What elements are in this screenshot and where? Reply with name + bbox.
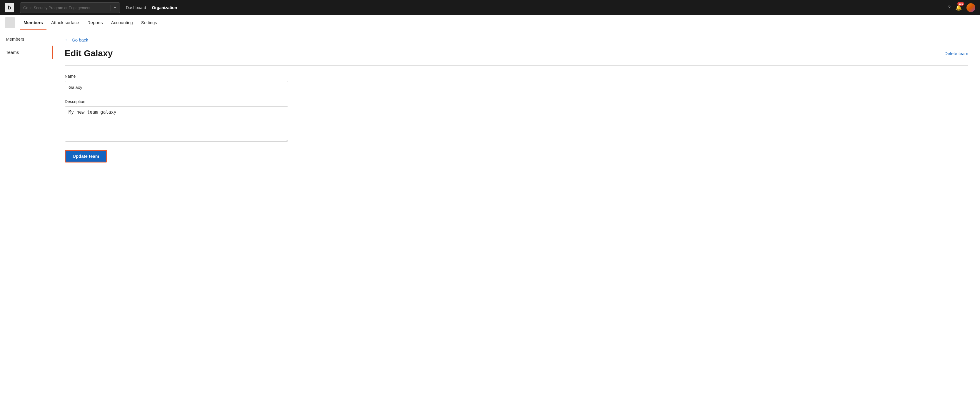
- subnav-item-attack-surface[interactable]: Attack surface: [48, 16, 83, 30]
- bell-icon: 🔔: [955, 5, 962, 11]
- organization-nav-link[interactable]: Organization: [152, 5, 177, 10]
- delete-team-link[interactable]: Delete team: [944, 51, 968, 56]
- subnav-item-accounting[interactable]: Accounting: [107, 16, 136, 30]
- go-back-label: Go back: [72, 37, 88, 42]
- topbar-left: b ▼ Dashboard Organization: [5, 2, 177, 13]
- notification-wrapper[interactable]: 🔔 131: [955, 5, 962, 11]
- main-wrapper: Members Teams ← Go back Edit Galaxy Dele…: [0, 30, 980, 418]
- go-back-link[interactable]: ← Go back: [65, 37, 968, 42]
- back-arrow-icon: ←: [65, 37, 69, 42]
- sidebar: Members Teams: [0, 30, 53, 418]
- update-btn-wrapper: Update team: [65, 150, 968, 163]
- subnav-item-reports[interactable]: Reports: [84, 16, 107, 30]
- logo-icon[interactable]: b: [5, 3, 14, 12]
- org-logo: [5, 18, 15, 28]
- sidebar-item-members[interactable]: Members: [0, 32, 52, 46]
- help-icon[interactable]: ?: [948, 5, 951, 11]
- page-header: Edit Galaxy Delete team: [65, 48, 968, 58]
- sidebar-item-teams[interactable]: Teams: [0, 46, 52, 59]
- content-area: ← Go back Edit Galaxy Delete team Name D…: [53, 30, 980, 418]
- description-textarea[interactable]: [65, 106, 288, 142]
- search-bar[interactable]: ▼: [20, 2, 120, 13]
- search-input[interactable]: [23, 6, 108, 10]
- chevron-down-icon[interactable]: ▼: [113, 6, 117, 10]
- nav-links: Dashboard Organization: [126, 5, 177, 10]
- avatar[interactable]: [966, 3, 975, 12]
- subnav-item-settings[interactable]: Settings: [138, 16, 161, 30]
- topbar: b ▼ Dashboard Organization ? 🔔 131: [0, 0, 980, 15]
- dashboard-nav-link[interactable]: Dashboard: [126, 5, 146, 10]
- name-label: Name: [65, 74, 288, 78]
- name-input[interactable]: [65, 81, 288, 93]
- subnav-item-members[interactable]: Members: [20, 16, 46, 30]
- update-team-button[interactable]: Update team: [65, 150, 107, 163]
- page-title: Edit Galaxy: [65, 48, 113, 58]
- name-form-group: Name: [65, 74, 288, 93]
- topbar-right: ? 🔔 131: [948, 3, 975, 12]
- notification-badge: 131: [957, 2, 964, 6]
- description-form-group: Description: [65, 99, 288, 143]
- description-label: Description: [65, 99, 288, 104]
- subnav: Members Attack surface Reports Accountin…: [0, 15, 980, 30]
